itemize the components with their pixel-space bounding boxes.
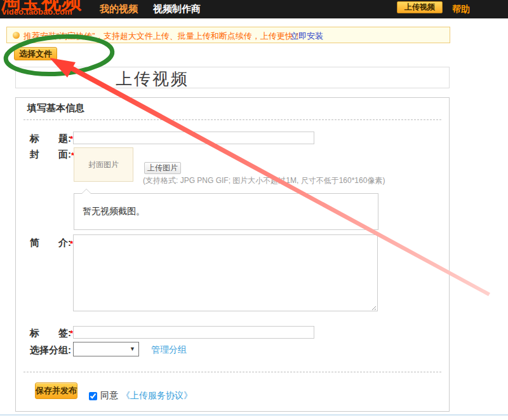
help-link[interactable]: 帮助	[452, 4, 470, 15]
agreement-row: 同意 《上传服务协议》	[89, 390, 192, 402]
cover-label: 封 面:	[30, 149, 71, 161]
page: 淘宝视频 video.taobao.com 我的视频 视频制作商 上传视频 帮助…	[0, 0, 508, 420]
cover-placeholder-text: 封面图片	[88, 159, 119, 170]
group-label: 选择分组:	[30, 344, 71, 356]
nav-video-makers[interactable]: 视频制作商	[153, 3, 201, 15]
manage-groups-link[interactable]: 管理分组	[151, 344, 187, 356]
top-nav: 我的视频 视频制作商	[100, 0, 201, 18]
site-logo[interactable]: 淘宝视频 video.taobao.com	[1, 0, 96, 18]
video-screenshot-box: 暂无视频截图。	[74, 193, 378, 230]
save-publish-button[interactable]: 保存并发布	[35, 383, 77, 399]
cover-image-placeholder: 封面图片	[74, 147, 133, 182]
dropdown-arrow-icon: ▼	[130, 346, 135, 352]
intro-label: 简 介:	[30, 237, 71, 249]
title-label: 标 题:	[30, 133, 71, 145]
upload-form: 填写基本信息 标 题: * 封 面: * 封面图片 上传图片 (支持格式: JP…	[15, 97, 450, 412]
upload-image-button[interactable]: 上传图片	[144, 162, 181, 174]
tag-label: 标 签:	[30, 327, 71, 339]
upload-video-button[interactable]: 上传视频	[397, 1, 443, 13]
no-screenshot-text: 暂无视频截图。	[83, 206, 145, 217]
nav-my-videos[interactable]: 我的视频	[100, 3, 138, 15]
choose-file-button[interactable]: 选择文件	[14, 47, 57, 60]
group-select[interactable]: ▼	[73, 342, 139, 356]
divider	[23, 119, 441, 120]
page-title: 上传视频	[116, 68, 189, 90]
section-title: 填写基本信息	[27, 102, 84, 114]
topbar: 淘宝视频 video.taobao.com 我的视频 视频制作商 上传视频 帮助	[0, 0, 508, 18]
footer-divider	[0, 414, 508, 416]
page-title-box: 上传视频	[15, 67, 450, 88]
bulb-icon	[13, 32, 20, 39]
agree-label: 同意	[100, 390, 118, 402]
notice-bar: 推荐安装“淘宝快传”，支持超大文件上传、批量上传和断点续传，上传更快！ 立即安装	[6, 27, 450, 43]
intro-textarea[interactable]	[73, 234, 378, 311]
logo-domain: video.taobao.com	[2, 7, 72, 17]
tag-input[interactable]	[73, 326, 314, 339]
install-now-link[interactable]: 立即安装	[290, 30, 323, 42]
cover-format-hint: (支持格式: JPG PNG GIF; 图片大小不超过1M, 尺寸不低于160*…	[143, 175, 385, 186]
agree-checkbox[interactable]	[89, 392, 97, 400]
notice-text: 推荐安装“淘宝快传”，支持超大文件上传、批量上传和断点续传，上传更快！	[23, 30, 302, 42]
title-input[interactable]	[73, 132, 314, 144]
divider	[23, 372, 441, 372]
upload-agreement-link[interactable]: 《上传服务协议》	[121, 390, 192, 402]
